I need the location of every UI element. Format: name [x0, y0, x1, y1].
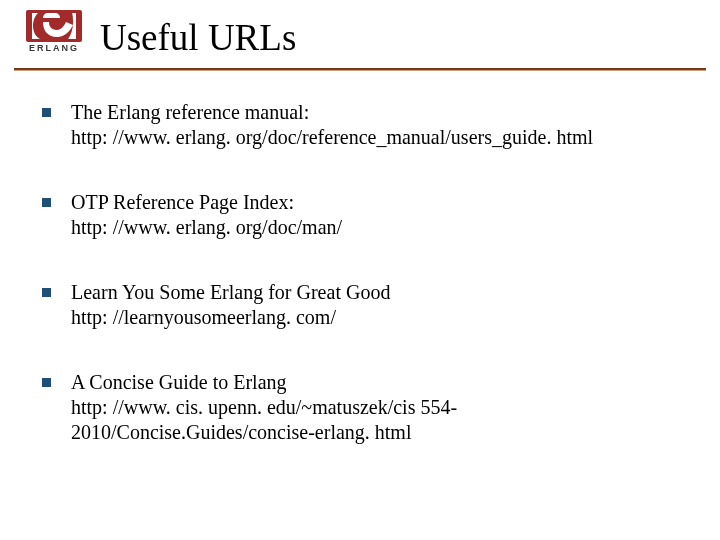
slide-header: ERLANG Useful URLs: [0, 10, 720, 70]
erlang-logo: ERLANG: [18, 10, 88, 58]
slide-content: The Erlang reference manual: http: //www…: [42, 100, 682, 485]
erlang-logo-text: ERLANG: [18, 43, 90, 53]
list-item: OTP Reference Page Index: http: //www. e…: [42, 190, 682, 240]
item-url: http: //www. erlang. org/doc/reference_m…: [71, 125, 682, 150]
bullet-icon: [42, 198, 51, 207]
list-item: A Concise Guide to Erlang http: //www. c…: [42, 370, 682, 445]
list-item: The Erlang reference manual: http: //www…: [42, 100, 682, 150]
list-item-text: The Erlang reference manual: http: //www…: [71, 100, 682, 150]
slide-title: Useful URLs: [100, 16, 296, 59]
item-url: http: //www. erlang. org/doc/man/: [71, 215, 682, 240]
bullet-icon: [42, 378, 51, 387]
item-label: A Concise Guide to Erlang: [71, 370, 682, 395]
list-item-text: OTP Reference Page Index: http: //www. e…: [71, 190, 682, 240]
list-item-text: Learn You Some Erlang for Great Good htt…: [71, 280, 682, 330]
item-url: http: //learnyousomeerlang. com/: [71, 305, 682, 330]
list-item-text: A Concise Guide to Erlang http: //www. c…: [71, 370, 682, 445]
list-item: Learn You Some Erlang for Great Good htt…: [42, 280, 682, 330]
erlang-logo-icon: [32, 13, 76, 39]
item-label: OTP Reference Page Index:: [71, 190, 682, 215]
item-label: Learn You Some Erlang for Great Good: [71, 280, 682, 305]
erlang-logo-mark: [26, 10, 82, 42]
item-label: The Erlang reference manual:: [71, 100, 682, 125]
bullet-icon: [42, 108, 51, 117]
slide: ERLANG Useful URLs The Erlang reference …: [0, 0, 720, 540]
title-rule-shadow: [14, 70, 706, 71]
bullet-icon: [42, 288, 51, 297]
item-url: http: //www. cis. upenn. edu/~matuszek/c…: [71, 395, 682, 445]
